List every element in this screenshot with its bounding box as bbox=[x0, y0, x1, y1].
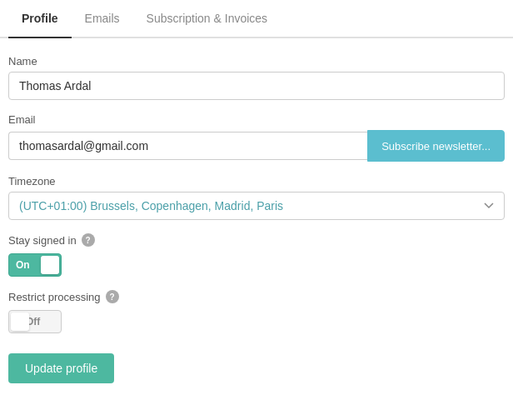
restrict-label: Restrict processing bbox=[8, 291, 101, 303]
restrict-toggle-wrapper: Off bbox=[8, 310, 505, 333]
email-group: Email Subscribe newsletter... bbox=[8, 113, 505, 162]
email-input[interactable] bbox=[8, 132, 367, 160]
stay-signed-toggle-wrapper: On bbox=[8, 253, 505, 277]
tab-subscription[interactable]: Subscription & Invoices bbox=[133, 0, 281, 38]
stay-signed-toggle[interactable]: On bbox=[8, 253, 62, 277]
restrict-help-icon[interactable]: ? bbox=[106, 290, 119, 303]
restrict-toggle[interactable]: Off bbox=[8, 310, 62, 333]
stay-signed-toggle-label: On bbox=[9, 259, 30, 271]
tab-profile[interactable]: Profile bbox=[8, 0, 72, 38]
restrict-toggle-thumb bbox=[11, 312, 29, 331]
tab-emails[interactable]: Emails bbox=[72, 0, 133, 38]
name-label: Name bbox=[8, 55, 505, 68]
update-profile-button[interactable]: Update profile bbox=[8, 353, 114, 383]
timezone-group: Timezone (UTC+01:00) Brussels, Copenhage… bbox=[8, 175, 505, 220]
profile-content: Name Email Subscribe newsletter... Timez… bbox=[0, 38, 513, 400]
stay-signed-label: Stay signed in bbox=[8, 234, 77, 247]
stay-signed-help-icon[interactable]: ? bbox=[82, 233, 95, 247]
timezone-select[interactable]: (UTC+01:00) Brussels, Copenhagen, Madrid… bbox=[8, 192, 505, 220]
restrict-label-row: Restrict processing ? bbox=[8, 290, 505, 303]
timezone-label: Timezone bbox=[8, 175, 505, 188]
email-label: Email bbox=[8, 113, 505, 126]
name-input[interactable] bbox=[8, 72, 505, 100]
stay-signed-label-row: Stay signed in ? bbox=[8, 233, 505, 247]
tabs-bar: Profile Emails Subscription & Invoices bbox=[0, 0, 513, 38]
stay-signed-toggle-thumb bbox=[41, 256, 59, 274]
name-group: Name bbox=[8, 55, 505, 100]
restrict-group: Restrict processing ? Off bbox=[8, 290, 505, 333]
email-row: Subscribe newsletter... bbox=[8, 130, 505, 162]
stay-signed-group: Stay signed in ? On bbox=[8, 233, 505, 277]
subscribe-newsletter-button[interactable]: Subscribe newsletter... bbox=[367, 130, 505, 162]
